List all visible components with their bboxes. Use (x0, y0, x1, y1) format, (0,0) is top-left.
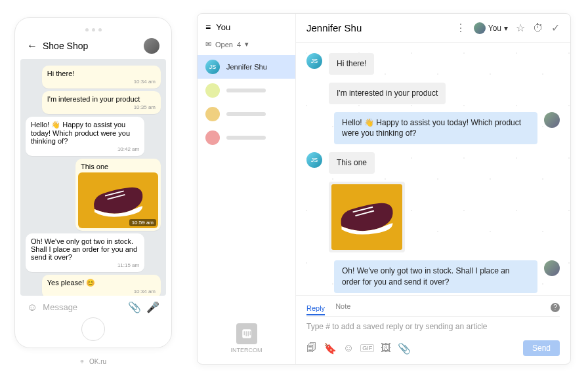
saved-reply-icon[interactable]: 🗐 (306, 342, 317, 354)
inbox-icon: ✉ (205, 40, 211, 49)
message-bubble: Yes please! 😊10:34 am (42, 275, 161, 296)
chevron-down-icon: ▾ (245, 40, 249, 49)
composer-input[interactable]: Type # to add a saved reply or try sendi… (306, 322, 560, 334)
thread-row: JSHi there! (306, 53, 560, 75)
composer: Reply Note ? Type # to add a saved reply… (296, 295, 570, 364)
image-icon[interactable]: 🖼 (381, 342, 391, 354)
tab-note[interactable]: Note (335, 302, 350, 312)
emoji-icon[interactable]: ☺ (27, 302, 37, 313)
conversation-list: JSJennifer Shu (198, 55, 295, 150)
menu-icon[interactable]: ≡ (205, 22, 211, 32)
conversation-item[interactable] (198, 79, 295, 102)
message-thread: JSHi there!I'm interested in your produc… (296, 43, 570, 295)
message-avatar (544, 260, 560, 276)
assignee-selector[interactable]: You ▾ (474, 22, 508, 34)
bookmark-icon[interactable]: 🔖 (324, 342, 337, 355)
attachment-icon[interactable]: 📎 (128, 301, 141, 313)
tab-reply[interactable]: Reply (306, 304, 325, 315)
intercom-window: ≡ You ✉ Open 4 ▾ JSJennifer Shu INTERCOM… (197, 13, 571, 365)
phone-chat-body: Hi there!10:34 amI'm interested in your … (20, 59, 166, 296)
send-button[interactable]: Send (523, 340, 560, 356)
message-bubble: Hi there! (329, 53, 374, 75)
message-avatar: JS (306, 152, 322, 168)
conversation-item[interactable]: JSJennifer Shu (198, 55, 295, 79)
chat-title: Shoe Shop (43, 41, 138, 51)
message-bubble: This one (329, 152, 375, 174)
thread-row: Oh! We've only got two in stock. Shall I… (306, 260, 560, 293)
star-icon[interactable]: ☆ (516, 22, 525, 34)
mic-icon[interactable]: 🎤 (146, 301, 159, 313)
sidebar-header: ≡ You (198, 14, 295, 37)
message-bubble: Oh! We've only got two in stock. Shall I… (334, 260, 537, 293)
message-avatar: JS (306, 53, 322, 69)
intercom-brand: INTERCOM (198, 323, 295, 364)
avatar[interactable] (144, 38, 159, 54)
more-icon[interactable]: ⋮ (455, 22, 466, 34)
image-message[interactable] (329, 182, 405, 252)
message-input[interactable]: Message (43, 302, 123, 312)
message-bubble: I'm interested in your product (329, 83, 446, 104)
message-avatar (544, 112, 560, 128)
conversation-item[interactable] (198, 102, 295, 126)
phone-input-bar: ☺ Message 📎 🎤 (20, 296, 166, 313)
message-bubble: Hello! 👋 Happy to assist you today! Whic… (334, 112, 537, 145)
help-icon[interactable]: ? (551, 303, 560, 312)
home-button[interactable] (81, 317, 105, 341)
intercom-icon (236, 323, 257, 344)
sidebar-user: You (216, 22, 230, 32)
inbox-folder[interactable]: ✉ Open 4 ▾ (198, 37, 295, 55)
close-conversation-icon[interactable]: ✓ (551, 22, 560, 34)
ok-icon: ᯤ (80, 358, 87, 365)
image-message[interactable]: This one10:59 am (75, 159, 161, 231)
thread-row (306, 182, 560, 252)
back-icon[interactable]: ← (27, 40, 37, 52)
platform-label: ᯤ OK.ru (14, 358, 172, 365)
thread-row: I'm interested in your product (306, 83, 560, 104)
attachment-icon[interactable]: 📎 (398, 342, 411, 355)
gif-icon[interactable]: GIF (360, 344, 374, 352)
message-bubble: I'm interested in your product10:35 am (42, 91, 161, 114)
conversation-header: Jennifer Shu ⋮ You ▾ ☆ ⏱ ✓ (296, 14, 570, 43)
chevron-down-icon: ▾ (504, 24, 508, 33)
emoji-icon[interactable]: ☺ (343, 342, 354, 354)
snooze-icon[interactable]: ⏱ (533, 22, 543, 34)
customer-name: Jennifer Shu (306, 22, 449, 33)
message-bubble: Oh! We've only got two in stock. Shall I… (26, 233, 144, 272)
thread-row: Hello! 👋 Happy to assist you today! Whic… (306, 112, 560, 145)
main-panel: Jennifer Shu ⋮ You ▾ ☆ ⏱ ✓ JSHi there!I'… (296, 14, 570, 364)
thread-row: JSThis one (306, 152, 560, 174)
message-bubble: Hello! 👋 Happy to assist you today! Whic… (26, 117, 144, 156)
conversation-item[interactable] (198, 126, 295, 150)
sidebar: ≡ You ✉ Open 4 ▾ JSJennifer Shu INTERCOM (198, 14, 296, 364)
phone-mockup: ← Shoe Shop Hi there!10:34 amI'm interes… (14, 17, 172, 348)
message-bubble: Hi there!10:34 am (42, 66, 161, 89)
phone-header: ← Shoe Shop (20, 35, 166, 59)
user-avatar (474, 22, 486, 34)
